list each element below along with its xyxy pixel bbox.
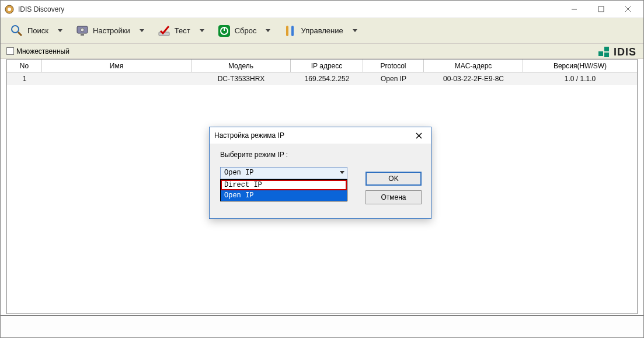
dialog-close-button[interactable] (411, 129, 426, 142)
dialog-buttons: OK Отмена (365, 172, 422, 204)
close-button[interactable] (614, 1, 641, 18)
svg-point-1 (8, 8, 11, 11)
col-protocol[interactable]: Protocol (363, 60, 424, 72)
toolbar-reset-label: Сброс (235, 26, 257, 35)
dialog-title: Настройка режима IP (214, 131, 284, 140)
ip-mode-dropdown: Direct IP Open IP (220, 179, 347, 201)
brand-logo: IDIS (598, 46, 636, 58)
multi-checkbox-label: Множественный (16, 47, 69, 55)
cell-protocol: Open IP (363, 72, 424, 85)
col-name[interactable]: Имя (42, 60, 192, 72)
select-value: Open IP (224, 169, 253, 177)
select-display: Open IP (220, 167, 347, 179)
col-ip[interactable]: IP адресс (291, 60, 363, 72)
svg-point-6 (12, 26, 19, 33)
toolbar: Поиск Настройки Тест Сброс Управление (1, 18, 643, 44)
toolbar-search[interactable]: Поиск (4, 21, 68, 41)
cell-name (42, 72, 192, 85)
toolbar-test-label: Тест (175, 26, 190, 35)
chevron-down-icon (140, 29, 144, 32)
toolbar-manage-label: Управление (301, 26, 343, 35)
power-icon (217, 24, 231, 38)
toolbar-reset[interactable]: Сброс (211, 21, 277, 41)
monitor-gear-icon (75, 24, 89, 38)
table-header: No Имя Модель IP адресс Protocol MAC-аде… (7, 60, 637, 72)
table-row[interactable]: 1 DC-T3533HRX 169.254.2.252 Open IP 00-0… (7, 72, 637, 85)
ip-mode-select[interactable]: Open IP Direct IP Open IP (220, 167, 347, 179)
cell-mac: 00-03-22-2F-E9-8C (424, 72, 523, 85)
cell-version: 1.0 / 1.1.0 (523, 72, 637, 85)
brand-text: IDIS (614, 46, 636, 58)
ok-button[interactable]: OK (365, 172, 422, 186)
svg-rect-3 (598, 6, 604, 12)
svg-rect-10 (81, 34, 84, 36)
toolbar-test[interactable]: Тест (151, 21, 210, 41)
ip-mode-option-open[interactable]: Open IP (221, 190, 347, 201)
cell-model: DC-T3533HRX (192, 72, 291, 85)
window-title: IDIS Discovery (18, 5, 64, 13)
brand-icon (598, 47, 610, 58)
search-icon (10, 24, 24, 38)
footer-bar (1, 315, 643, 337)
toolbar-settings[interactable]: Настройки (69, 21, 150, 41)
col-version[interactable]: Версия(HW/SW) (523, 60, 637, 72)
ip-mode-label: Выберите режим IP : (220, 151, 422, 159)
svg-rect-17 (598, 51, 603, 56)
dialog-body: Выберите режим IP : Open IP Direct IP Op… (210, 144, 431, 218)
chevron-down-icon (353, 29, 357, 32)
svg-line-7 (18, 32, 22, 36)
toolbar-settings-label: Настройки (93, 26, 130, 35)
multi-checkbox[interactable]: Множественный (6, 47, 69, 55)
col-mac[interactable]: MAC-адерс (424, 60, 523, 72)
window-controls (561, 1, 641, 18)
app-window: IDIS Discovery Поиск Настройки Тест Сбро… (0, 0, 644, 338)
toolbar-manage[interactable]: Управление (277, 21, 363, 41)
dialog-titlebar: Настройка режима IP (210, 127, 431, 144)
chevron-down-icon (340, 171, 344, 174)
ip-mode-dialog: Настройка режима IP Выберите режим IP : … (209, 127, 431, 219)
app-icon (4, 4, 15, 15)
svg-rect-16 (291, 26, 294, 36)
chevron-down-icon (266, 29, 270, 32)
checkbox-box-icon (6, 47, 14, 55)
cell-ip: 169.254.2.252 (291, 72, 363, 85)
col-model[interactable]: Модель (192, 60, 291, 72)
ip-mode-option-direct[interactable]: Direct IP (221, 180, 347, 190)
minimize-button[interactable] (561, 1, 587, 18)
svg-point-9 (81, 28, 84, 32)
subbar: Множественный IDIS (1, 44, 643, 59)
cancel-button[interactable]: Отмена (365, 190, 422, 204)
check-icon (157, 24, 171, 38)
chevron-down-icon (200, 29, 204, 32)
titlebar: IDIS Discovery (1, 1, 643, 18)
svg-rect-15 (286, 26, 288, 36)
cell-no: 1 (7, 72, 42, 85)
close-icon (416, 133, 422, 139)
maximize-button[interactable] (587, 1, 614, 18)
tools-icon (283, 24, 297, 38)
svg-rect-19 (604, 53, 609, 57)
toolbar-search-label: Поиск (27, 26, 48, 35)
svg-rect-18 (604, 47, 609, 51)
chevron-down-icon (58, 29, 62, 32)
col-no[interactable]: No (7, 60, 42, 72)
